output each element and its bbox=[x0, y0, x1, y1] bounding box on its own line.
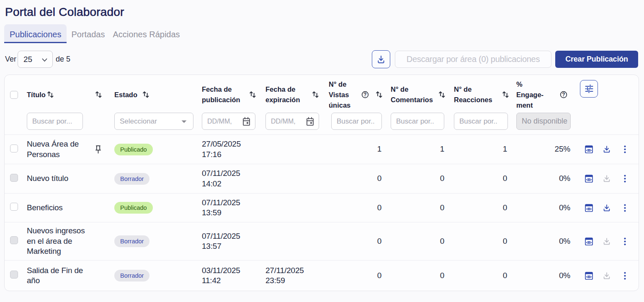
svg-text:?: ? bbox=[363, 92, 366, 98]
svg-text:?: ? bbox=[562, 92, 565, 98]
